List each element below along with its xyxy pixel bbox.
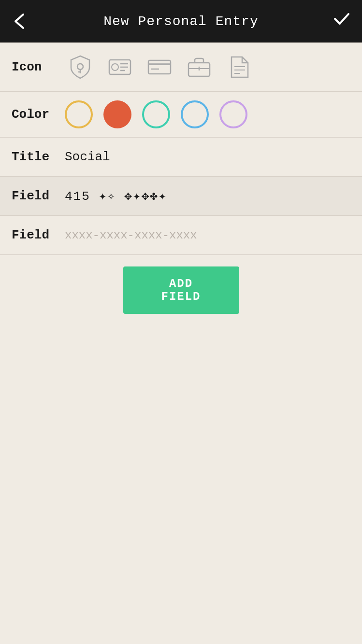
bottom-area bbox=[0, 325, 362, 518]
id-card-icon[interactable] bbox=[104, 52, 135, 83]
field2-section: Field xxxx-xxxx-xxxx-xxxx bbox=[0, 216, 362, 254]
color-picker bbox=[65, 100, 247, 128]
color-label: Color bbox=[12, 107, 65, 122]
field1-section: Field 415 ✦✧ ✥✦✥✤✦ bbox=[0, 177, 362, 215]
shield-key-icon[interactable] bbox=[65, 52, 96, 83]
color-blue[interactable] bbox=[181, 100, 209, 128]
confirm-button[interactable] bbox=[333, 10, 350, 33]
add-field-button[interactable]: ADD FIELD bbox=[123, 266, 239, 314]
page-title: New Personal Entry bbox=[103, 14, 258, 29]
color-purple[interactable] bbox=[219, 100, 247, 128]
title-section: Title bbox=[0, 138, 362, 176]
document-icon[interactable] bbox=[223, 52, 254, 83]
color-section: Color bbox=[0, 92, 362, 137]
icon-section: Icon bbox=[0, 43, 362, 91]
color-teal[interactable] bbox=[142, 100, 170, 128]
field1-value[interactable]: 415 ✦✧ ✥✦✥✤✦ bbox=[65, 188, 167, 204]
title-label: Title bbox=[12, 150, 65, 164]
color-yellow[interactable] bbox=[65, 100, 93, 128]
back-button[interactable] bbox=[12, 13, 29, 30]
credit-card-icon[interactable] bbox=[144, 52, 175, 83]
color-red[interactable] bbox=[103, 100, 131, 128]
svg-rect-8 bbox=[148, 60, 171, 74]
svg-point-4 bbox=[112, 64, 118, 70]
briefcase-icon[interactable] bbox=[184, 52, 215, 83]
icon-label: Icon bbox=[12, 60, 65, 74]
header: New Personal Entry bbox=[0, 0, 362, 42]
title-input[interactable] bbox=[65, 150, 350, 164]
add-field-container: ADD FIELD bbox=[0, 255, 362, 325]
icon-picker bbox=[65, 52, 254, 83]
field2-label: Field bbox=[12, 228, 65, 242]
field1-label: Field bbox=[12, 189, 65, 203]
svg-point-0 bbox=[77, 64, 83, 70]
field2-placeholder[interactable]: xxxx-xxxx-xxxx-xxxx bbox=[65, 229, 350, 242]
